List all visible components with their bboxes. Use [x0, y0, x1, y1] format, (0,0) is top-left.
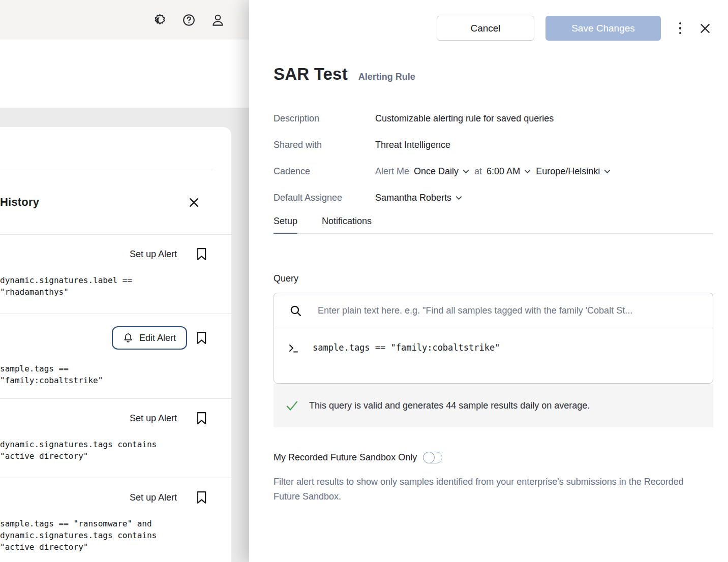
cadence-timezone-dropdown[interactable]: Europe/Helsinki [536, 166, 611, 177]
profile-icon[interactable] [210, 13, 225, 27]
description-label: Description [274, 113, 375, 124]
screen: ⚙ History Set up Alert [0, 0, 728, 562]
history-close-icon[interactable] [187, 195, 201, 209]
history-query[interactable]: dynamic.signatures.label == "rhadamanthy… [0, 274, 231, 298]
sandbox-only-label: My Recorded Future Sandbox Only [274, 452, 417, 463]
assignee-label: Default Assignee [274, 193, 375, 203]
bookmark-icon[interactable] [194, 490, 208, 505]
description-value: Customizable alerting rule for saved que… [375, 113, 554, 124]
validation-message: This query is valid and generates 44 sam… [309, 400, 590, 411]
history-panel: History Set up Alert dynamic.signatures [0, 127, 231, 562]
set-up-alert-button[interactable]: Set up Alert [130, 413, 177, 424]
tab-bar: Setup Notifications [274, 216, 713, 234]
history-item: Set up Alert sample.tags == "ransomware"… [0, 478, 231, 562]
page-toolbar [0, 40, 249, 108]
query-editor-row: sample.tags == "family:cobaltstrike" [274, 328, 713, 383]
kebab-menu-icon[interactable] [673, 20, 688, 37]
page-title: SAR Test [274, 65, 348, 84]
terminal-prompt-icon [286, 341, 300, 355]
bookmark-icon[interactable] [194, 247, 208, 261]
top-app-bar [0, 0, 249, 40]
edit-alert-label: Edit Alert [139, 333, 176, 344]
history-query[interactable]: sample.tags == "ransomware" and dynamic.… [0, 518, 231, 553]
history-query[interactable]: dynamic.signatures.tags contains "active… [0, 439, 231, 462]
shared-with-value: Threat Intelligence [375, 140, 450, 150]
chevron-down-icon [524, 168, 531, 175]
set-up-alert-button[interactable]: Set up Alert [130, 492, 177, 503]
check-icon [285, 398, 299, 413]
shared-with-row: Shared with Threat Intelligence [274, 140, 713, 150]
query-section-label: Query [274, 273, 713, 284]
bookmark-icon[interactable] [194, 411, 208, 425]
query-editor-value[interactable]: sample.tags == "family:cobaltstrike" [313, 341, 500, 353]
assignee-row: Default Assignee Samantha Roberts [274, 193, 713, 203]
dark-mode-icon[interactable] [153, 13, 167, 27]
assignee-dropdown[interactable]: Samantha Roberts [375, 193, 463, 203]
sandbox-only-row: My Recorded Future Sandbox Only [274, 452, 713, 463]
toggle-knob [423, 452, 435, 463]
chevron-down-icon [455, 195, 463, 201]
rule-type-label: Alerting Rule [358, 72, 415, 82]
cadence-frequency-dropdown[interactable]: Once Daily [414, 166, 470, 177]
cadence-time-dropdown[interactable]: 6:00 AM [487, 166, 531, 177]
history-item: Set up Alert dynamic.signatures.tags con… [0, 398, 231, 478]
cancel-button[interactable]: Cancel [437, 16, 534, 41]
chevron-down-icon [462, 168, 470, 175]
history-panel-title: History [0, 196, 39, 209]
query-validation-banner: This query is valid and generates 44 sam… [274, 384, 713, 427]
search-icon [288, 303, 302, 318]
sandbox-help-text: Filter alert results to show only sample… [274, 475, 710, 504]
help-icon[interactable] [181, 13, 196, 27]
edit-alert-button[interactable]: Edit Alert [112, 326, 187, 350]
history-item: Edit Alert sample.tags == "family:cobalt… [0, 314, 231, 398]
cadence-at: at [474, 166, 482, 177]
sandbox-only-toggle[interactable] [423, 452, 442, 463]
cadence-prefix: Alert Me [375, 166, 409, 177]
cadence-label: Cadence [274, 166, 375, 177]
bell-icon [123, 332, 133, 344]
set-up-alert-button[interactable]: Set up Alert [130, 249, 177, 260]
query-builder: sample.tags == "family:cobaltstrike" [274, 293, 713, 384]
alerting-rule-modal: Cancel Save Changes SAR Test Alerting Ru… [249, 0, 728, 562]
history-query[interactable]: sample.tags == "family:cobaltstrike" [0, 363, 231, 386]
tab-notifications[interactable]: Notifications [322, 216, 372, 233]
save-changes-button[interactable]: Save Changes [545, 16, 661, 41]
rule-metadata: Description Customizable alerting rule f… [274, 113, 713, 203]
shared-with-label: Shared with [274, 140, 375, 150]
close-icon[interactable] [697, 20, 713, 37]
history-header: History [0, 170, 231, 234]
history-list: Set up Alert dynamic.signatures.label ==… [0, 234, 231, 562]
modal-header: Cancel Save Changes [274, 16, 713, 41]
bookmark-icon[interactable] [194, 331, 208, 345]
query-section: Query sample.tags [274, 273, 713, 504]
divider [0, 127, 213, 170]
tab-setup[interactable]: Setup [274, 216, 297, 233]
history-item: Set up Alert dynamic.signatures.label ==… [0, 234, 231, 314]
title-row: SAR Test Alerting Rule [274, 65, 713, 84]
plain-text-search-row [274, 293, 713, 328]
chevron-down-icon [603, 168, 611, 175]
cadence-row: Cadence Alert Me Once Daily at 6:00 AM E… [274, 166, 713, 177]
plain-text-search-input[interactable] [318, 305, 703, 316]
description-row: Description Customizable alerting rule f… [274, 113, 713, 124]
